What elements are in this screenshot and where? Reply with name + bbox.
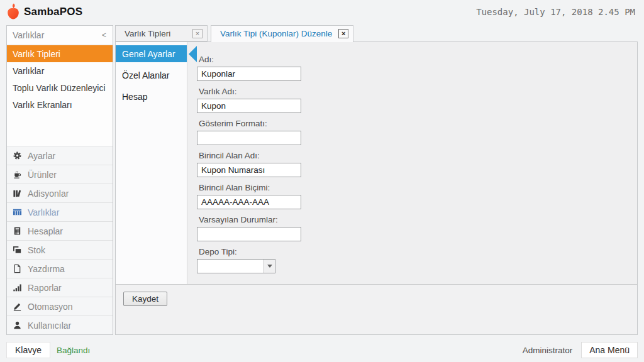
birincil-alan-bicimi-input[interactable] (197, 195, 301, 209)
sidebar-nav-item-label: Varlıklar (13, 66, 44, 76)
tab-bar: Varlık Tipleri × Varlık Tipi (Kuponlar) … (115, 25, 638, 41)
depo-tipi-select[interactable] (197, 259, 275, 273)
gosterim-formati-label: Gösterim Formatı: (197, 119, 637, 128)
tab-close-icon[interactable]: × (338, 29, 348, 38)
sidebar-menu-item-label: Ürünler (28, 170, 57, 180)
editor-subnav: Genel Ayarlar Özel Alanlar Hesap (116, 42, 187, 284)
topbar: SambaPOS Tuesday, July 17, 2018 2.45 PM (0, 0, 644, 24)
varlik-adi-label: Varlık Adı: (197, 87, 637, 96)
varsayilan-durumlar-input[interactable] (197, 227, 301, 241)
subnav-item-label: Özel Alanlar (122, 70, 169, 80)
user-icon (13, 321, 22, 330)
coffee-cup-icon (13, 170, 22, 179)
subnav-item-label: Hesap (122, 92, 147, 102)
document-icon (13, 264, 22, 273)
sidebar-header: Varlıklar < (7, 26, 113, 45)
subnav-item-label: Genel Ayarlar (122, 49, 175, 59)
sidebar-nav: Varlık Tipleri Varlıklar Toplu Varlık Dü… (7, 45, 113, 113)
sidebar-menu-item[interactable]: Adisyonlar (7, 184, 113, 202)
sidebar-header-title: Varlıklar (13, 30, 44, 40)
sidebar-menu-item[interactable]: Yazdırma (7, 259, 113, 278)
editor-panel-body: Genel Ayarlar Özel Alanlar Hesap Adı: Va… (116, 42, 637, 284)
sidebar-nav-item[interactable]: Varlık Ekranları (7, 96, 113, 113)
bar-chart-icon (13, 283, 22, 292)
app-logo: SambaPOS (5, 3, 82, 21)
adi-label: Adı: (197, 55, 637, 64)
sidebar-menu-item[interactable]: Varlıklar (7, 202, 113, 221)
sidebar-menu-item-label: Otomasyon (28, 302, 73, 312)
sidebar-menu-item-label: Raporlar (28, 283, 62, 293)
form-field: Birincil Alan Adı: (197, 151, 637, 177)
editor-footer: Kaydet (116, 284, 637, 334)
gosterim-formati-input[interactable] (197, 131, 301, 145)
birincil-alan-adi-input[interactable] (197, 163, 301, 177)
birincil-alan-adi-label: Birincil Alan Adı: (197, 151, 637, 160)
varsayilan-durumlar-label: Varsayılan Durumlar: (197, 215, 637, 224)
form-field: Birincil Alan Biçimi: (197, 183, 637, 209)
sidebar-nav-item[interactable]: Toplu Varlık Düzenleyici (7, 79, 113, 96)
sidebar-menu-item-label: Varlıklar (28, 207, 59, 217)
sidebar-spacer (7, 113, 113, 146)
keyboard-button[interactable]: Klavye (6, 342, 50, 358)
tab-label: Varlık Tipleri (125, 29, 170, 38)
sidebar-menu-item-label: Ayarlar (28, 151, 55, 161)
sidebar-menu-item-label: Hesaplar (28, 226, 63, 236)
table-icon (13, 207, 22, 217)
sidebar-menu-item[interactable]: Raporlar (7, 278, 113, 297)
subnav-item[interactable]: Hesap (116, 88, 187, 105)
sidebar-module-menu: Ayarlar Ürünler Adisyonlar Varlıklar Hes… (7, 146, 113, 334)
stock-boxes-icon (13, 245, 22, 255)
sidebar-nav-item-label: Varlık Ekranları (13, 100, 72, 110)
sidebar-menu-item[interactable]: Stok (7, 240, 113, 259)
sidebar: Varlıklar < Varlık Tipleri Varlıklar Top… (6, 25, 113, 335)
tab-close-icon[interactable]: × (192, 29, 203, 38)
sidebar-nav-item-label: Toplu Varlık Düzenleyici (13, 83, 106, 93)
sidebar-menu-item[interactable]: Ayarlar (7, 146, 113, 165)
sidebar-menu-item-label: Yazdırma (28, 264, 65, 274)
sidebar-nav-item-label: Varlık Tipleri (13, 49, 60, 59)
form-field: Gösterim Formatı: (197, 119, 637, 145)
form-field: Adı: (197, 55, 637, 81)
status-bar: Klavye Bağlandı Administrator Ana Menü (0, 338, 644, 362)
form-field: Depo Tipi: (197, 247, 637, 273)
sidebar-menu-item[interactable]: Ürünler (7, 165, 113, 184)
sidebar-nav-item[interactable]: Varlık Tipleri (7, 45, 113, 62)
editor-form: Adı: Varlık Adı: Gösterim Formatı: Birin… (187, 42, 637, 284)
chevron-down-icon (267, 265, 272, 268)
sidebar-menu-item-label: Kullanıcılar (28, 321, 71, 331)
adi-input[interactable] (197, 67, 301, 81)
form-field: Varsayılan Durumlar: (197, 215, 637, 241)
sidebar-menu-item[interactable]: Otomasyon (7, 297, 113, 315)
sidebar-menu-item[interactable]: Hesaplar (7, 221, 113, 240)
current-user: Administrator (523, 346, 573, 355)
datetime-display: Tuesday, July 17, 2018 2.45 PM (476, 7, 635, 17)
gear-icon (13, 151, 22, 160)
pencil-icon (13, 302, 22, 311)
subnav-item[interactable]: Özel Alanlar (116, 67, 187, 84)
form-field: Varlık Adı: (197, 87, 637, 113)
app-title: SambaPOS (24, 6, 82, 18)
tab-label: Varlık Tipi (Kuponlar) Düzenle (220, 29, 332, 38)
tab[interactable]: Varlık Tipleri × (115, 25, 208, 41)
main-menu-button[interactable]: Ana Menü (581, 342, 638, 358)
sidebar-menu-item-label: Stok (28, 245, 45, 255)
sidebar-menu-item[interactable]: Kullanıcılar (7, 315, 113, 334)
main-area: Varlık Tipleri × Varlık Tipi (Kuponlar) … (115, 25, 638, 335)
depo-tipi-label: Depo Tipi: (197, 247, 637, 256)
editor-panel: Genel Ayarlar Özel Alanlar Hesap Adı: Va… (115, 41, 638, 335)
sidebar-collapse-icon[interactable]: < (102, 31, 106, 40)
books-icon (13, 189, 22, 198)
sambapos-logo-icon (5, 3, 21, 21)
varlik-adi-input[interactable] (197, 99, 301, 113)
select-dropdown-button[interactable] (264, 260, 275, 273)
tab[interactable]: Varlık Tipi (Kuponlar) Düzenle × (211, 25, 353, 42)
sidebar-menu-item-label: Adisyonlar (28, 189, 69, 199)
save-button[interactable]: Kaydet (123, 292, 167, 306)
connection-status: Bağlandı (57, 346, 90, 355)
birincil-alan-bicimi-label: Birincil Alan Biçimi: (197, 183, 637, 192)
calculator-icon (13, 226, 22, 236)
sidebar-nav-item[interactable]: Varlıklar (7, 62, 113, 79)
subnav-item[interactable]: Genel Ayarlar (116, 45, 187, 62)
